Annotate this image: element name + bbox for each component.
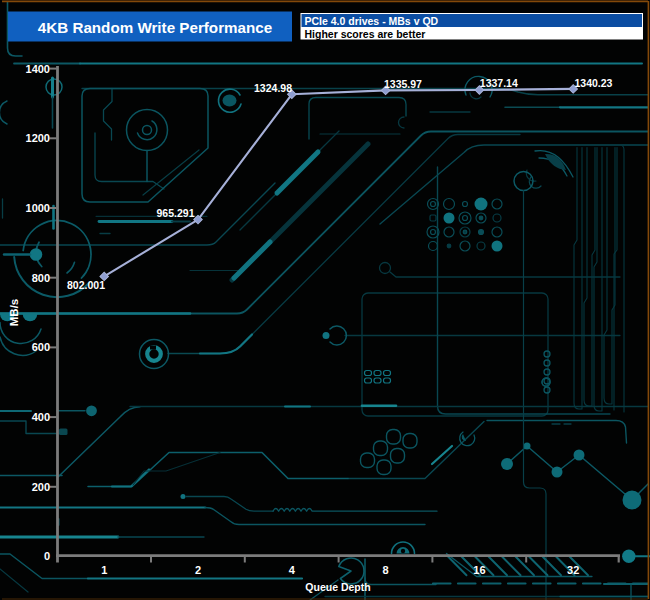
- svg-text:32: 32: [567, 564, 579, 576]
- svg-text:802.001: 802.001: [67, 279, 105, 291]
- svg-text:PCIe 4.0 drives - MBs v QD: PCIe 4.0 drives - MBs v QD: [305, 15, 439, 27]
- svg-text:1324.98: 1324.98: [254, 82, 292, 94]
- svg-text:400: 400: [32, 411, 50, 423]
- svg-text:965.291: 965.291: [157, 207, 195, 219]
- svg-text:600: 600: [32, 341, 50, 353]
- svg-text:Queue Depth: Queue Depth: [305, 581, 370, 593]
- svg-text:1335.97: 1335.97: [384, 78, 422, 90]
- svg-text:MB/s: MB/s: [8, 299, 20, 326]
- svg-text:200: 200: [32, 481, 50, 493]
- svg-text:1337.14: 1337.14: [480, 77, 518, 89]
- svg-text:4: 4: [289, 564, 296, 576]
- svg-text:800: 800: [32, 272, 50, 284]
- svg-text:1000: 1000: [26, 202, 50, 214]
- svg-text:4KB Random Write Performance: 4KB Random Write Performance: [38, 19, 272, 36]
- svg-text:2: 2: [195, 564, 201, 576]
- svg-text:1340.23: 1340.23: [575, 77, 613, 89]
- svg-text:8: 8: [383, 564, 389, 576]
- svg-text:1400: 1400: [26, 63, 50, 75]
- svg-text:Higher scores are better: Higher scores are better: [305, 28, 426, 40]
- svg-text:1200: 1200: [26, 132, 50, 144]
- svg-text:1: 1: [101, 564, 107, 576]
- svg-text:0: 0: [44, 550, 50, 562]
- svg-text:16: 16: [473, 564, 485, 576]
